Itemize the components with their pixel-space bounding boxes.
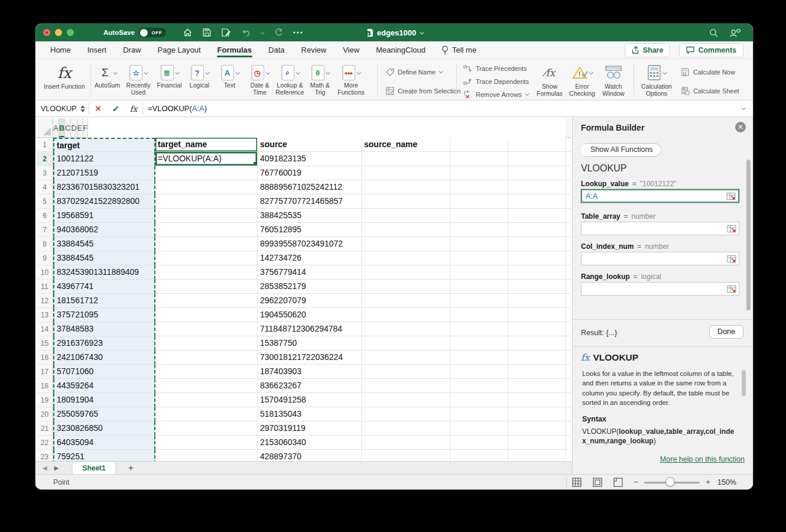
cell-column-f[interactable] <box>508 237 566 251</box>
cell-column-e[interactable] <box>450 450 508 461</box>
cell-column-c[interactable]: 2962207079 <box>258 294 362 308</box>
create-from-selection-button[interactable]: Create from Selection <box>385 86 460 95</box>
cell-column-a[interactable]: 57071060 <box>53 365 155 379</box>
cell-column-partial[interactable] <box>566 280 571 294</box>
cell-column-a[interactable]: 832453901311889409 <box>53 265 155 280</box>
page-layout-view-icon[interactable] <box>593 478 603 487</box>
zoom-slider-knob[interactable] <box>665 477 675 486</box>
row-number[interactable]: 2 <box>37 152 53 166</box>
cell-column-f[interactable] <box>508 194 566 209</box>
page-break-view-icon[interactable] <box>613 478 623 487</box>
cell-column-c[interactable]: source <box>258 138 362 152</box>
cell-column-partial[interactable] <box>566 365 571 379</box>
cell-column-b[interactable] <box>155 450 258 461</box>
cell-column-f[interactable] <box>508 180 566 194</box>
dropdown-chevron-icon[interactable] <box>175 70 179 74</box>
row-number[interactable]: 23 <box>37 450 53 461</box>
title-dropdown-chevron[interactable] <box>420 30 424 34</box>
calculation-options-button[interactable]: Calculation Options <box>638 64 675 98</box>
cell-column-b[interactable] <box>155 336 258 351</box>
cell-column-a[interactable]: 255059765 <box>53 407 155 421</box>
cell-column-c[interactable]: 2853852179 <box>258 280 362 294</box>
add-sheet-button[interactable]: + <box>128 463 134 473</box>
cell-column-d[interactable] <box>362 336 450 351</box>
cell-column-c[interactable]: 428897370 <box>258 450 362 461</box>
cell-column-e[interactable] <box>450 237 508 251</box>
range-selector-icon[interactable] <box>727 285 736 293</box>
cell-column-partial[interactable] <box>566 223 571 237</box>
next-sheet-icon[interactable]: ▶ <box>54 465 59 471</box>
cell-column-c[interactable]: 760512895 <box>258 223 362 237</box>
insert-function-fx-icon[interactable]: fx <box>125 104 142 113</box>
cell-column-e[interactable] <box>450 365 508 379</box>
cell-column-partial[interactable] <box>566 209 571 223</box>
cell-column-c[interactable]: 142734726 <box>258 251 362 265</box>
cell-column-partial[interactable] <box>566 138 571 152</box>
panel-scrollbar[interactable] <box>746 160 751 310</box>
function-library-button[interactable]: ••• More Functions <box>335 64 367 96</box>
share-button[interactable]: Share <box>625 43 671 57</box>
cell-column-d[interactable] <box>362 166 450 180</box>
function-library-button[interactable]: A Text <box>215 64 245 96</box>
more-commands-icon[interactable] <box>293 28 303 37</box>
cell-column-a[interactable]: 181561712 <box>53 294 155 308</box>
show-all-functions-button[interactable]: Show All Functions <box>580 143 661 157</box>
cell-column-b[interactable] <box>155 166 258 180</box>
ribbon-tab[interactable]: Draw <box>122 42 141 58</box>
cell-column-b[interactable] <box>155 421 258 436</box>
cell-column-d[interactable] <box>362 393 450 407</box>
function-library-button[interactable]: ? Logical <box>184 64 215 96</box>
function-library-button[interactable]: ◷ Date & Time <box>245 64 275 96</box>
cell-column-b[interactable] <box>155 407 258 421</box>
cell-column-f[interactable] <box>508 294 566 308</box>
cell-column-e[interactable] <box>450 421 508 436</box>
cell-column-a[interactable]: 33884545 <box>53 251 155 265</box>
cell-column-d[interactable] <box>362 265 450 280</box>
row-number[interactable]: 16 <box>37 351 53 365</box>
cell-column-b[interactable] <box>155 265 258 280</box>
cell-column-d[interactable] <box>362 223 450 237</box>
function-library-button[interactable]: Σ AutoSum <box>92 64 122 96</box>
cell-column-a[interactable]: target <box>53 138 155 152</box>
cell-column-e[interactable] <box>450 251 508 265</box>
row-number[interactable]: 9 <box>37 251 53 265</box>
dropdown-chevron-icon[interactable] <box>144 70 148 74</box>
cell-column-c[interactable]: 187403903 <box>258 365 362 379</box>
cell-column-f[interactable] <box>508 379 566 393</box>
remove-arrows-button[interactable]: Remove Arrows <box>463 90 528 99</box>
cell-column-d[interactable] <box>362 294 450 308</box>
ribbon-tab[interactable]: Insert <box>87 42 108 58</box>
cell-column-b[interactable] <box>155 365 258 379</box>
cell-column-c[interactable]: 888895671025242112 <box>258 180 362 194</box>
row-number[interactable]: 12 <box>37 294 53 308</box>
row-number[interactable]: 13 <box>37 308 53 322</box>
cell-column-c[interactable]: 711848712306294784 <box>258 322 362 336</box>
cell-column-f[interactable] <box>508 393 566 407</box>
row-number[interactable]: 10 <box>37 265 53 280</box>
cell-column-f[interactable] <box>508 450 566 461</box>
lookup-value-input[interactable]: A:A <box>581 189 739 203</box>
cell-column-d[interactable] <box>362 209 450 223</box>
ribbon-tab[interactable]: Data <box>268 42 285 58</box>
cell-column-f[interactable] <box>508 138 566 152</box>
cell-column-a[interactable]: 19568591 <box>53 209 155 223</box>
cell-column-f[interactable] <box>508 152 566 166</box>
cell-column-a[interactable]: 33884545 <box>53 237 155 251</box>
undo-dropdown-chevron[interactable] <box>261 30 265 34</box>
cell-column-d[interactable] <box>362 251 450 265</box>
ribbon-tab[interactable]: Home <box>50 42 72 58</box>
row-number[interactable]: 22 <box>37 436 53 450</box>
cell-column-d[interactable] <box>362 436 450 450</box>
more-help-link[interactable]: More help on this function <box>660 455 745 463</box>
cell-column-d[interactable] <box>362 407 450 421</box>
watch-window-button[interactable]: Watch Window <box>598 64 629 98</box>
cell-column-e[interactable] <box>450 351 508 365</box>
cell-column-f[interactable] <box>508 308 566 322</box>
cell-column-partial[interactable] <box>566 407 571 421</box>
cell-column-partial[interactable] <box>566 294 571 308</box>
cell-column-b[interactable] <box>155 308 258 322</box>
dropdown-chevron-icon[interactable] <box>235 70 239 74</box>
cell-column-c[interactable]: 767760019 <box>258 166 362 180</box>
cell-column-f[interactable] <box>508 223 566 237</box>
cell-column-f[interactable] <box>508 365 566 379</box>
